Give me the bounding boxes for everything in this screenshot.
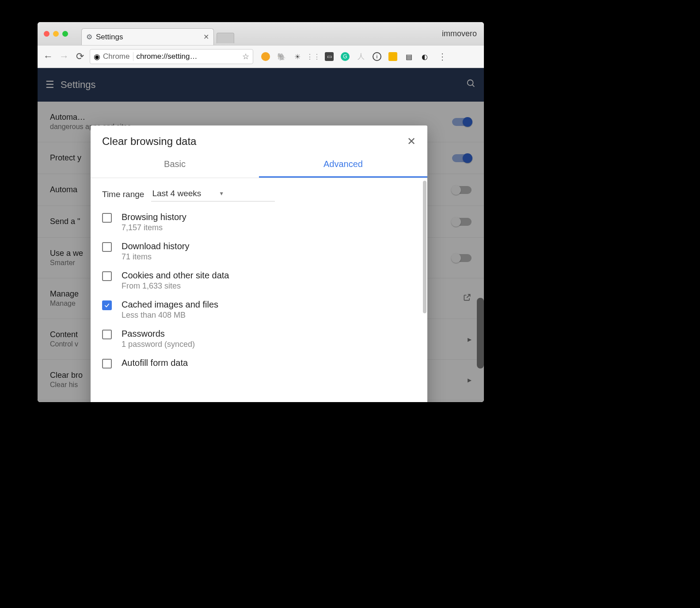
browser-window: ⚙ Settings ✕ immovero ← → ⟳ ◉ Chrome chr… xyxy=(38,22,484,402)
clear-item[interactable]: Passwords1 password (synced) xyxy=(102,329,416,349)
ext-icon-11[interactable]: ◐ xyxy=(420,52,429,61)
item-sublabel: From 1,633 sites xyxy=(122,281,229,291)
close-window-button[interactable] xyxy=(44,31,49,37)
dialog-scrollbar[interactable] xyxy=(423,181,426,313)
chevron-down-icon: ▼ xyxy=(219,190,224,197)
item-sublabel: 1 password (synced) xyxy=(122,340,195,349)
item-label: Cached images and files xyxy=(122,300,218,310)
clear-items-list: Browsing history7,157 itemsDownload hist… xyxy=(102,212,416,369)
checkbox[interactable] xyxy=(102,242,112,252)
checkbox[interactable] xyxy=(102,213,112,223)
ext-icon-10[interactable]: ▤ xyxy=(404,52,413,61)
minimize-window-button[interactable] xyxy=(53,31,59,37)
checkbox[interactable] xyxy=(102,359,112,369)
browser-tab[interactable]: ⚙ Settings ✕ xyxy=(81,28,214,45)
checkbox[interactable] xyxy=(102,271,112,281)
extension-icons: 🐘 ☀ ⋮⋮ ▭ G 人 i ▤ ◐ ⋮ xyxy=(261,50,449,63)
time-range-select[interactable]: Last 4 weeks ▼ xyxy=(151,187,275,201)
ext-icon-7[interactable]: 人 xyxy=(357,52,365,61)
menu-icon[interactable]: ⋮ xyxy=(436,50,449,63)
forward-button[interactable]: → xyxy=(58,50,70,63)
dialog-tabs: Basic Advanced xyxy=(91,151,427,178)
clear-item[interactable]: Autofill form data xyxy=(102,358,416,369)
item-sublabel: 71 items xyxy=(122,252,189,262)
page-content: ☰ Settings Automa…dangerous apps and sit… xyxy=(38,68,484,402)
clear-browsing-data-dialog: Clear browsing data ✕ Basic Advanced Tim… xyxy=(91,125,427,402)
gear-icon: ⚙ xyxy=(86,33,92,41)
item-label: Cookies and other site data xyxy=(122,270,229,281)
origin-chip: Chrome xyxy=(103,52,133,61)
close-tab-icon[interactable]: ✕ xyxy=(203,33,209,41)
item-label: Passwords xyxy=(122,329,195,339)
time-range-label: Time range xyxy=(102,190,144,199)
close-icon[interactable]: ✕ xyxy=(407,135,416,148)
url-text: chrome://setting… xyxy=(136,52,197,61)
tab-basic[interactable]: Basic xyxy=(91,151,259,178)
item-sublabel: 7,157 items xyxy=(122,223,186,232)
new-tab-button[interactable] xyxy=(217,33,234,43)
ext-icon-cast[interactable]: ▭ xyxy=(325,52,334,61)
zoom-window-button[interactable] xyxy=(62,31,68,37)
dialog-title: Clear browsing data xyxy=(102,135,196,148)
time-range-row: Time range Last 4 weeks ▼ xyxy=(102,187,416,201)
clear-item[interactable]: Download history71 items xyxy=(102,241,416,262)
ext-icon-8[interactable]: i xyxy=(373,52,381,61)
time-range-value: Last 4 weeks xyxy=(152,189,201,198)
ext-icon-4[interactable]: ⋮⋮ xyxy=(309,52,318,61)
window-controls xyxy=(38,31,68,37)
clear-item[interactable]: Cookies and other site dataFrom 1,633 si… xyxy=(102,270,416,291)
dialog-body: Time range Last 4 weeks ▼ Browsing histo… xyxy=(91,178,427,402)
profile-name[interactable]: immovero xyxy=(442,29,484,38)
checkbox[interactable] xyxy=(102,330,112,339)
titlebar: ⚙ Settings ✕ immovero xyxy=(38,22,484,45)
toolbar: ← → ⟳ ◉ Chrome chrome://setting… ☆ 🐘 ☀ ⋮… xyxy=(38,45,484,68)
clear-item[interactable]: Cached images and filesLess than 408 MB xyxy=(102,300,416,320)
ext-icon-1[interactable] xyxy=(261,52,270,61)
dialog-header: Clear browsing data ✕ xyxy=(91,125,427,151)
ext-icon-9[interactable] xyxy=(388,52,397,61)
checkbox[interactable] xyxy=(102,300,112,310)
tab-advanced[interactable]: Advanced xyxy=(259,151,427,178)
ext-icon-evernote[interactable]: 🐘 xyxy=(277,52,286,61)
item-label: Browsing history xyxy=(122,212,186,222)
item-label: Autofill form data xyxy=(122,358,188,368)
bookmark-star-icon[interactable]: ☆ xyxy=(242,52,249,61)
reload-button[interactable]: ⟳ xyxy=(74,50,86,63)
address-bar[interactable]: ◉ Chrome chrome://setting… ☆ xyxy=(90,49,253,64)
back-button[interactable]: ← xyxy=(42,50,54,63)
ext-icon-3[interactable]: ☀ xyxy=(293,52,302,61)
page-scrollbar[interactable] xyxy=(477,298,484,369)
clear-item[interactable]: Browsing history7,157 items xyxy=(102,212,416,232)
chrome-icon: ◉ xyxy=(94,52,100,61)
item-sublabel: Less than 408 MB xyxy=(122,311,218,320)
ext-icon-grammarly[interactable]: G xyxy=(341,52,350,61)
tab-title: Settings xyxy=(96,33,123,42)
item-label: Download history xyxy=(122,241,189,251)
